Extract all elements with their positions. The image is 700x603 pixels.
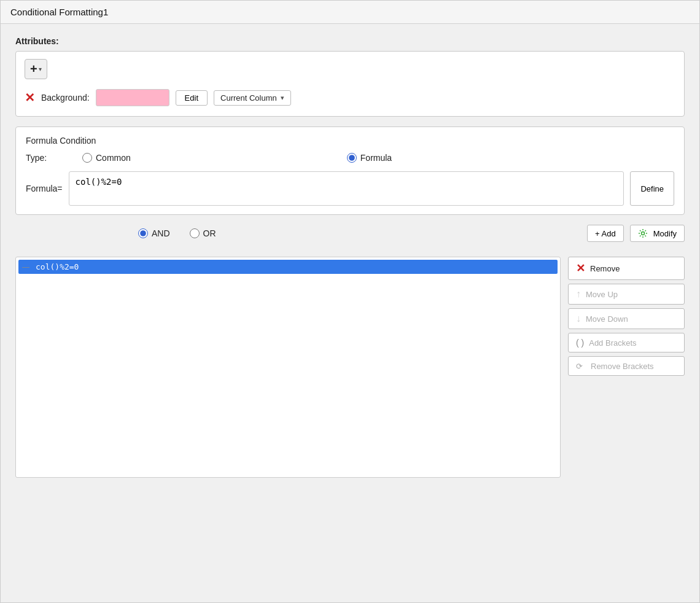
svg-text:⟳: ⟳: [576, 362, 583, 371]
edit-button[interactable]: Edit: [176, 90, 208, 106]
add-condition-button[interactable]: + Add: [587, 225, 624, 242]
radio-common-option[interactable]: Common: [82, 153, 131, 163]
gear-icon: [638, 228, 648, 238]
or-label: OR: [203, 228, 216, 238]
formula-condition-title: Formula Condition: [26, 136, 674, 146]
tree-icon: —: [22, 263, 32, 271]
formula-input[interactable]: col()%2=0: [69, 171, 624, 206]
remove-brackets-icon: ⟳: [576, 361, 586, 371]
and-or-section: AND OR: [15, 228, 216, 238]
dropdown-arrow-icon: ▾: [281, 94, 284, 102]
move-up-label: Move Up: [586, 290, 618, 299]
plus-icon: +: [30, 62, 37, 76]
radio-or[interactable]: [190, 228, 200, 238]
attributes-box: + ▾ ✕ Background: Edit Current Column ▾: [15, 51, 685, 117]
formula-condition-section: Formula Condition Type: Common Formula F…: [15, 126, 685, 215]
conditions-list: — col()%2=0: [15, 257, 561, 478]
radio-or-option[interactable]: OR: [190, 228, 216, 238]
move-down-button[interactable]: Move Down: [568, 308, 685, 329]
radio-formula-label: Formula: [360, 153, 392, 163]
side-buttons: ✕ Remove Move Up Move Down ( ) Add Brack…: [568, 257, 685, 478]
radio-formula-option[interactable]: Formula: [347, 153, 392, 163]
color-swatch[interactable]: [96, 89, 169, 106]
type-row: Type: Common Formula: [26, 153, 674, 163]
add-attribute-button[interactable]: + ▾: [25, 59, 47, 79]
modify-button[interactable]: Modify: [630, 225, 685, 242]
formula-eq-label: Formula=: [26, 184, 63, 193]
condition-text: col()%2=0: [36, 262, 79, 271]
formula-row: Formula= col()%2=0 Define: [26, 171, 674, 206]
move-down-label: Move Down: [586, 314, 628, 324]
add-brackets-label: Add Brackets: [589, 338, 636, 348]
attribute-label: Background:: [41, 93, 90, 103]
and-label: AND: [152, 228, 170, 238]
delete-attribute-icon[interactable]: ✕: [25, 91, 35, 104]
radio-common-label: Common: [96, 153, 131, 163]
add-brackets-icon: ( ): [576, 338, 584, 348]
top-controls-row: AND OR + Add Modify: [15, 225, 685, 242]
svg-point-0: [641, 232, 644, 235]
condition-list-item[interactable]: — col()%2=0: [18, 260, 558, 274]
remove-brackets-button[interactable]: ⟳ Remove Brackets: [568, 356, 685, 376]
radio-common[interactable]: [82, 153, 92, 163]
arrow-up-icon: [576, 289, 581, 300]
type-label: Type:: [26, 153, 63, 163]
conditions-area: AND OR + Add Modify: [15, 225, 685, 478]
column-dropdown[interactable]: Current Column ▾: [214, 90, 291, 106]
attribute-row: ✕ Background: Edit Current Column ▾: [25, 87, 675, 109]
title-bar: Conditional Formatting1: [1, 1, 699, 24]
main-window: Conditional Formatting1 Attributes: + ▾ …: [0, 0, 700, 603]
remove-icon: ✕: [576, 262, 585, 275]
radio-and-option[interactable]: AND: [138, 228, 170, 238]
condition-actions-row: + Add Modify: [587, 225, 685, 242]
define-button[interactable]: Define: [630, 171, 674, 206]
radio-formula[interactable]: [347, 153, 357, 163]
remove-label: Remove: [590, 264, 620, 273]
add-brackets-button[interactable]: ( ) Add Brackets: [568, 333, 685, 352]
move-up-button[interactable]: Move Up: [568, 284, 685, 305]
content-area: Attributes: + ▾ ✕ Background: Edit Curre…: [1, 24, 699, 602]
dropdown-label: Current Column: [220, 93, 277, 103]
main-bottom: — col()%2=0 ✕ Remove Move Up: [15, 257, 685, 478]
remove-button[interactable]: ✕ Remove: [568, 257, 685, 280]
window-title: Conditional Formatting1: [10, 7, 108, 17]
chevron-down-icon: ▾: [39, 66, 42, 72]
remove-brackets-label: Remove Brackets: [591, 362, 654, 371]
attributes-label: Attributes:: [15, 36, 685, 46]
arrow-down-icon: [576, 313, 581, 324]
modify-label: Modify: [653, 229, 677, 238]
radio-and[interactable]: [138, 228, 148, 238]
